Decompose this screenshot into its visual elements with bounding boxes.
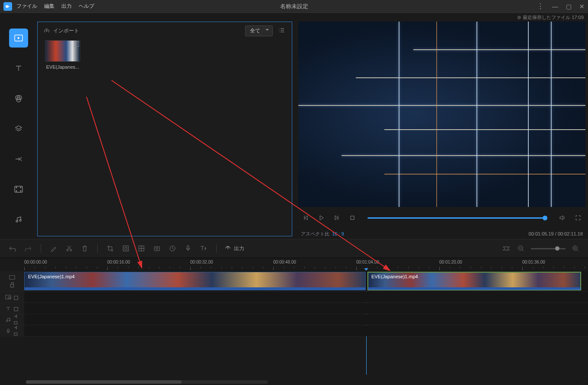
tts-button[interactable] <box>199 244 208 253</box>
more-icon[interactable]: ⋮ <box>537 2 544 10</box>
export-button[interactable]: 出力 <box>224 245 244 252</box>
svg-point-7 <box>16 191 17 191</box>
svg-rect-12 <box>351 216 354 220</box>
track-header-voice[interactable] <box>0 325 24 336</box>
redo-button[interactable] <box>23 244 33 253</box>
minimize-button[interactable]: — <box>552 3 558 10</box>
svg-rect-20 <box>187 245 189 249</box>
delete-button[interactable] <box>80 244 89 253</box>
timeline-toolbar: 出力 <box>0 239 588 258</box>
listview-toggle[interactable] <box>277 27 286 35</box>
volume-button[interactable] <box>558 213 567 223</box>
save-status: ⊘ 最近保存したファイル 17:09 <box>0 13 588 22</box>
preview-panel: アスペクト比16 : 9 00:01:05.19 / 00:02:11.18 <box>295 22 588 239</box>
ruler-tick: 00:01:36.00 <box>522 260 545 264</box>
track-header-pip[interactable] <box>0 292 24 302</box>
media-item[interactable]: EVE(Japanes... <box>44 40 82 70</box>
zoom-slider[interactable] <box>531 248 566 249</box>
sidebar-text[interactable] <box>9 59 28 78</box>
ruler-tick: 00:00:16.00 <box>107 260 130 264</box>
next-frame-button[interactable] <box>332 213 342 223</box>
horizontal-scrollbar[interactable] <box>26 380 268 384</box>
svg-point-14 <box>70 249 72 251</box>
zoom-out-button[interactable] <box>516 244 526 253</box>
cut-button[interactable] <box>64 244 74 253</box>
svg-point-30 <box>6 320 8 321</box>
media-label: EVE(Japanes... <box>46 64 79 70</box>
timeline-clip[interactable]: EVE(Japanese)1.mp4 <box>24 272 366 290</box>
import-button[interactable]: インポート <box>44 27 79 35</box>
play-button[interactable] <box>316 213 326 223</box>
svg-rect-28 <box>14 296 18 299</box>
stop-button[interactable] <box>348 213 357 223</box>
grid-button[interactable] <box>137 244 146 253</box>
audio-track <box>0 314 588 325</box>
text-track <box>0 303 588 314</box>
zoom-in-button[interactable] <box>571 244 580 253</box>
svg-point-13 <box>67 249 68 251</box>
ruler-tick: 00:01:20.00 <box>439 260 462 264</box>
titlebar: ファイル 編集 出力 ヘルプ 名称未設定 ⋮ — ▢ ✕ <box>0 0 588 13</box>
timeline-clip-selected[interactable]: EVE(Japanese)1.mp4 <box>368 272 581 290</box>
menu-bar: ファイル 編集 出力 ヘルプ <box>16 3 94 10</box>
svg-rect-27 <box>8 297 10 299</box>
aspect-ratio-label: アスペクト比16 : 9 <box>301 231 344 237</box>
sidebar-transitions[interactable] <box>9 150 28 169</box>
import-label: インポート <box>53 27 79 35</box>
timeline-ruler[interactable]: 00:00:00.00 00:00:16.00 00:00:32.00 00:0… <box>0 258 588 271</box>
svg-rect-15 <box>123 246 128 251</box>
speed-button[interactable] <box>168 244 177 253</box>
maximize-button[interactable]: ▢ <box>566 3 572 10</box>
svg-rect-34 <box>14 333 17 335</box>
svg-rect-24 <box>10 275 15 279</box>
save-time: 17:09 <box>572 15 584 20</box>
sidebar-filters[interactable] <box>9 89 28 108</box>
menu-file[interactable]: ファイル <box>16 3 37 10</box>
pip-track <box>0 292 588 303</box>
svg-point-9 <box>20 191 21 191</box>
crop-button[interactable] <box>105 244 115 253</box>
track-header-video[interactable] <box>0 271 24 291</box>
svg-point-16 <box>125 247 127 250</box>
video-track: EVE(Japanese)1.mp4 EVE(Japanese)1.mp4 <box>0 271 588 292</box>
ruler-tick: 00:00:00.00 <box>24 260 47 264</box>
preview-canvas[interactable] <box>298 22 585 207</box>
voice-button[interactable] <box>183 244 193 253</box>
zoom-fit-button[interactable] <box>502 244 511 253</box>
svg-rect-21 <box>505 247 508 250</box>
undo-button[interactable] <box>8 244 17 253</box>
close-button[interactable]: ✕ <box>579 3 585 10</box>
sidebar-media[interactable] <box>9 29 28 48</box>
menu-export[interactable]: 出力 <box>61 3 72 10</box>
svg-rect-29 <box>14 307 18 311</box>
check-icon: ⊘ <box>517 15 521 20</box>
mosaic-button[interactable] <box>121 244 131 253</box>
track-header-text[interactable] <box>0 303 24 314</box>
track-header-audio[interactable] <box>0 314 24 325</box>
media-thumbnail <box>45 40 80 62</box>
menu-help[interactable]: ヘルプ <box>79 3 94 10</box>
sidebar-elements[interactable] <box>9 180 28 199</box>
svg-point-8 <box>20 187 21 188</box>
resize-grip[interactable]: ⋰ <box>582 380 586 385</box>
preview-scrubber[interactable] <box>368 217 547 219</box>
edit-button[interactable] <box>49 244 58 253</box>
filter-dropdown[interactable]: 全て <box>245 25 273 36</box>
fullscreen-button[interactable] <box>573 213 583 223</box>
ruler-tick: 00:01:04.00 <box>356 260 379 264</box>
prev-frame-button[interactable] <box>301 213 310 223</box>
svg-rect-17 <box>154 247 160 251</box>
menu-edit[interactable]: 編集 <box>44 3 54 10</box>
voice-track <box>0 325 588 337</box>
svg-rect-33 <box>7 329 9 331</box>
sidebar-audio[interactable] <box>9 210 28 229</box>
footer: ⋰ <box>0 379 588 385</box>
svg-rect-32 <box>14 321 17 324</box>
ruler-tick: 00:00:32.00 <box>190 260 213 264</box>
svg-point-11 <box>19 220 21 221</box>
snapshot-button[interactable] <box>152 244 162 253</box>
svg-point-18 <box>156 248 158 249</box>
timeline-tracks: EVE(Japanese)1.mp4 EVE(Japanese)1.mp4 <box>0 271 588 337</box>
sidebar-overlays[interactable] <box>9 119 28 138</box>
window-title: 名称未設定 <box>280 3 308 10</box>
